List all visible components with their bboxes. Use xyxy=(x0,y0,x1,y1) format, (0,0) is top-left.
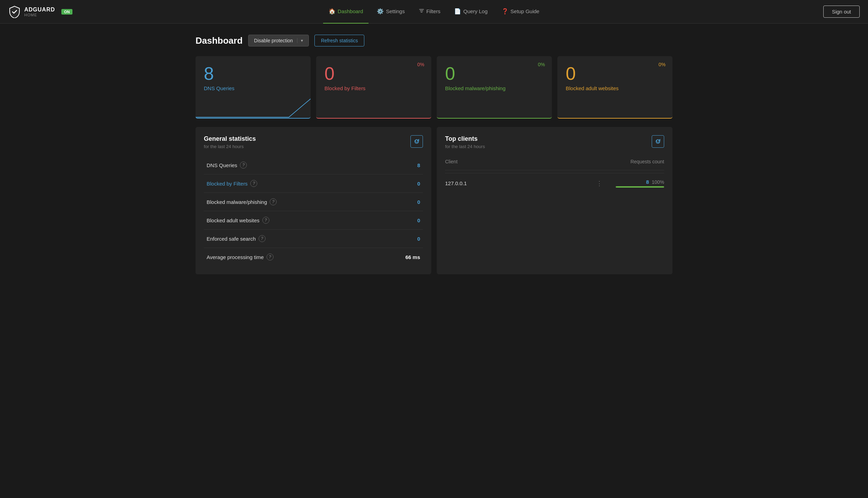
col-requests-label: Requests count xyxy=(631,159,664,164)
row-label: Average processing time ? xyxy=(207,254,374,260)
stats-grid: 8 DNS Queries 0% 0 Blocked by Filters 0%… xyxy=(196,56,672,119)
nav-setup-guide-label: Setup Guide xyxy=(511,8,539,14)
help-icon[interactable]: ? xyxy=(240,162,247,169)
top-clients-title-group: Top clients for the last 24 hours xyxy=(445,135,485,149)
blocked-adult-label: Blocked adult websites xyxy=(566,85,664,91)
row-label: Blocked adult websites ? xyxy=(207,217,374,224)
logo-badge: ON xyxy=(61,9,73,15)
client-bar-fill xyxy=(616,186,664,188)
help-icon[interactable]: ? xyxy=(259,235,266,242)
blocked-adult-number: 0 xyxy=(566,65,664,83)
page-header: Dashboard Disable protection ▾ Refresh s… xyxy=(196,35,672,46)
home-icon: 🏠 xyxy=(329,8,336,15)
gear-icon: ⚙️ xyxy=(377,8,384,15)
help-icon[interactable]: ? xyxy=(270,198,277,205)
general-stats-title: General statistics xyxy=(204,135,256,143)
nav-query-log-label: Query Log xyxy=(463,8,487,14)
stat-card-dns-queries: 8 DNS Queries xyxy=(196,56,311,119)
dns-queries-number: 8 xyxy=(204,65,302,83)
row-value: 66 ms xyxy=(376,248,423,266)
nav-filters-label: Filters xyxy=(426,8,441,14)
row-label: Blocked malware/phishing ? xyxy=(207,198,374,205)
document-icon: 📄 xyxy=(454,8,461,15)
help-icon[interactable]: ? xyxy=(250,180,257,187)
top-clients-column-headers: Client Requests count xyxy=(445,156,664,170)
nav-links: 🏠 Dashboard ⚙️ Settings Filters 📄 Query … xyxy=(323,0,545,24)
logo-icon xyxy=(8,6,21,18)
client-ip: 127.0.0.1 xyxy=(445,180,591,186)
row-value: 8 xyxy=(376,156,423,174)
bottom-grid: General statistics for the last 24 hours… xyxy=(196,127,672,274)
client-menu-button[interactable]: ⋮ xyxy=(596,180,603,187)
page-title: Dashboard xyxy=(196,35,243,46)
row-value: 0 xyxy=(376,193,423,211)
nav-filters[interactable]: Filters xyxy=(413,0,446,24)
stat-card-blocked-adult: 0% 0 Blocked adult websites xyxy=(557,56,672,119)
main-content: Dashboard Disable protection ▾ Refresh s… xyxy=(184,24,684,285)
general-statistics-panel: General statistics for the last 24 hours… xyxy=(196,127,431,274)
top-clients-title: Top clients xyxy=(445,135,485,143)
table-row: Average processing time ? 66 ms xyxy=(204,248,423,266)
table-row: Blocked malware/phishing ? 0 xyxy=(204,193,423,211)
blocked-filters-percent: 0% xyxy=(417,62,424,67)
general-stats-refresh-button[interactable] xyxy=(410,135,423,148)
table-row: DNS Queries ? 8 xyxy=(204,156,423,174)
refresh-icon xyxy=(655,139,661,144)
logo-subtitle: HOME xyxy=(24,13,55,17)
general-stats-subtitle: for the last 24 hours xyxy=(204,144,256,149)
refresh-icon xyxy=(414,139,419,144)
general-stats-table: DNS Queries ? 8 Blocked by Filters ? 0 B… xyxy=(204,156,423,266)
client-pct: 100% xyxy=(652,179,664,185)
nav-settings-label: Settings xyxy=(386,8,405,14)
blocked-adult-percent: 0% xyxy=(659,62,666,67)
table-row: Enforced safe search ? 0 xyxy=(204,230,423,248)
top-clients-refresh-button[interactable] xyxy=(652,135,664,148)
col-client-label: Client xyxy=(445,159,458,164)
stat-card-blocked-filters: 0% 0 Blocked by Filters xyxy=(316,56,431,119)
stat-card-blocked-malware: 0% 0 Blocked malware/phishing xyxy=(437,56,552,119)
disable-protection-button[interactable]: Disable protection ▾ xyxy=(248,35,309,46)
row-label: DNS Queries ? xyxy=(207,162,374,169)
blocked-malware-label: Blocked malware/phishing xyxy=(445,85,544,91)
row-label: Blocked by Filters ? xyxy=(207,180,374,187)
refresh-statistics-button[interactable]: Refresh statistics xyxy=(314,35,365,46)
general-stats-header: General statistics for the last 24 hours xyxy=(204,135,423,149)
dns-queries-label: DNS Queries xyxy=(204,85,302,91)
sign-out-button[interactable]: Sign out xyxy=(823,6,860,18)
client-count-row: 8 100% xyxy=(646,179,664,185)
help-icon[interactable]: ? xyxy=(267,254,274,260)
top-clients-panel: Top clients for the last 24 hours Client… xyxy=(437,127,672,274)
top-clients-header: Top clients for the last 24 hours xyxy=(445,135,664,149)
blocked-filters-label: Blocked by Filters xyxy=(324,85,423,91)
top-clients-subtitle: for the last 24 hours xyxy=(445,144,485,149)
nav-dashboard-label: Dashboard xyxy=(338,8,363,14)
client-bar-background xyxy=(616,186,664,188)
nav-dashboard[interactable]: 🏠 Dashboard xyxy=(323,0,368,24)
clients-list: 127.0.0.1 ⋮ 8 100% xyxy=(445,173,664,193)
blocked-filters-number: 0 xyxy=(324,65,423,83)
disable-protection-label: Disable protection xyxy=(254,38,293,43)
client-count-section: 8 100% xyxy=(609,179,664,188)
help-icon[interactable]: ? xyxy=(262,217,269,224)
row-value: 0 xyxy=(376,230,423,248)
nav-query-log[interactable]: 📄 Query Log xyxy=(449,0,493,24)
client-count: 8 xyxy=(646,179,649,185)
row-label: Enforced safe search ? xyxy=(207,235,374,242)
row-value: 0 xyxy=(376,174,423,193)
logo-title: ADGUARD xyxy=(24,7,55,13)
blocked-malware-number: 0 xyxy=(445,65,544,83)
table-row: Blocked by Filters ? 0 xyxy=(204,174,423,193)
row-value: 0 xyxy=(376,211,423,230)
client-row: 127.0.0.1 ⋮ 8 100% xyxy=(445,173,664,193)
nav-settings[interactable]: ⚙️ Settings xyxy=(371,0,410,24)
chevron-down-icon: ▾ xyxy=(297,38,303,43)
logo: ADGUARD HOME ON xyxy=(8,6,72,18)
table-row: Blocked adult websites ? 0 xyxy=(204,211,423,230)
nav-setup-guide[interactable]: ❓ Setup Guide xyxy=(496,0,545,24)
navbar: ADGUARD HOME ON 🏠 Dashboard ⚙️ Settings … xyxy=(0,0,868,24)
general-stats-title-group: General statistics for the last 24 hours xyxy=(204,135,256,149)
dns-queries-chart xyxy=(196,97,311,118)
question-icon: ❓ xyxy=(502,8,509,15)
blocked-malware-percent: 0% xyxy=(538,62,545,67)
filter-icon xyxy=(419,8,424,15)
